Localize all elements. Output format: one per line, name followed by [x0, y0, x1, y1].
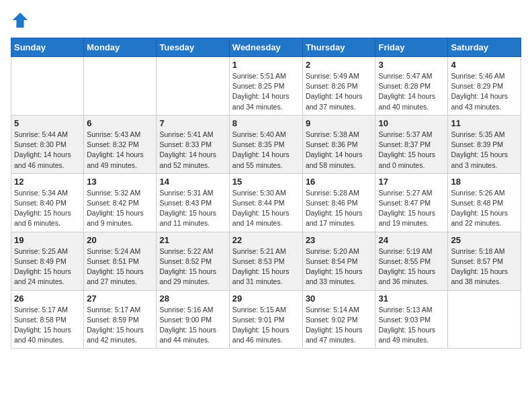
day-number: 13 — [87, 177, 153, 187]
calendar-cell: 9Sunrise: 5:38 AM Sunset: 8:36 PM Daylig… — [302, 115, 375, 173]
day-info: Sunrise: 5:49 AM Sunset: 8:26 PM Dayligh… — [306, 71, 373, 112]
calendar-cell: 13Sunrise: 5:32 AM Sunset: 8:42 PM Dayli… — [84, 173, 157, 232]
calendar-cell: 6Sunrise: 5:43 AM Sunset: 8:32 PM Daylig… — [84, 115, 157, 173]
calendar-cell: 15Sunrise: 5:30 AM Sunset: 8:44 PM Dayli… — [229, 173, 302, 232]
day-number: 15 — [232, 177, 300, 187]
day-number: 2 — [306, 60, 373, 70]
calendar-cell: 30Sunrise: 5:14 AM Sunset: 9:02 PM Dayli… — [302, 290, 375, 349]
calendar-cell: 24Sunrise: 5:19 AM Sunset: 8:55 PM Dayli… — [375, 232, 448, 290]
calendar-cell: 12Sunrise: 5:34 AM Sunset: 8:40 PM Dayli… — [11, 173, 84, 232]
day-number: 24 — [378, 235, 445, 245]
calendar-cell: 10Sunrise: 5:37 AM Sunset: 8:37 PM Dayli… — [375, 115, 448, 173]
day-number: 27 — [87, 293, 153, 304]
day-info: Sunrise: 5:17 AM Sunset: 8:58 PM Dayligh… — [14, 305, 81, 346]
day-number: 8 — [232, 118, 300, 128]
day-info: Sunrise: 5:35 AM Sunset: 8:39 PM Dayligh… — [451, 130, 518, 171]
calendar-cell: 31Sunrise: 5:13 AM Sunset: 9:03 PM Dayli… — [375, 290, 448, 349]
day-info: Sunrise: 5:25 AM Sunset: 8:49 PM Dayligh… — [14, 246, 81, 287]
calendar-cell: 29Sunrise: 5:15 AM Sunset: 9:01 PM Dayli… — [229, 290, 302, 349]
calendar-cell: 22Sunrise: 5:21 AM Sunset: 8:53 PM Dayli… — [229, 232, 302, 290]
day-info: Sunrise: 5:17 AM Sunset: 8:59 PM Dayligh… — [87, 305, 153, 346]
calendar-cell: 16Sunrise: 5:28 AM Sunset: 8:46 PM Dayli… — [302, 173, 375, 232]
calendar-week-row: 19Sunrise: 5:25 AM Sunset: 8:49 PM Dayli… — [11, 232, 521, 290]
column-header-monday: Monday — [84, 38, 157, 57]
calendar-cell — [11, 57, 84, 116]
calendar-cell: 3Sunrise: 5:47 AM Sunset: 8:28 PM Daylig… — [375, 57, 448, 116]
day-number: 16 — [306, 177, 373, 187]
calendar-cell — [157, 57, 229, 116]
calendar-week-row: 26Sunrise: 5:17 AM Sunset: 8:58 PM Dayli… — [11, 290, 521, 349]
day-info: Sunrise: 5:37 AM Sunset: 8:37 PM Dayligh… — [378, 130, 445, 171]
calendar-cell: 28Sunrise: 5:16 AM Sunset: 9:00 PM Dayli… — [157, 290, 229, 349]
day-info: Sunrise: 5:24 AM Sunset: 8:51 PM Dayligh… — [87, 246, 153, 287]
column-header-thursday: Thursday — [302, 38, 375, 57]
day-info: Sunrise: 5:46 AM Sunset: 8:29 PM Dayligh… — [451, 71, 518, 112]
day-number: 6 — [87, 118, 153, 128]
day-number: 20 — [87, 235, 153, 245]
day-info: Sunrise: 5:40 AM Sunset: 8:35 PM Dayligh… — [232, 130, 300, 171]
day-info: Sunrise: 5:27 AM Sunset: 8:47 PM Dayligh… — [378, 188, 445, 229]
calendar-cell: 18Sunrise: 5:26 AM Sunset: 8:48 PM Dayli… — [448, 173, 521, 232]
day-number: 28 — [159, 293, 226, 304]
calendar-week-row: 5Sunrise: 5:44 AM Sunset: 8:30 PM Daylig… — [11, 115, 521, 173]
day-info: Sunrise: 5:28 AM Sunset: 8:46 PM Dayligh… — [306, 188, 373, 229]
day-number: 22 — [232, 235, 300, 245]
calendar-cell: 8Sunrise: 5:40 AM Sunset: 8:35 PM Daylig… — [229, 115, 302, 173]
day-info: Sunrise: 5:16 AM Sunset: 9:00 PM Dayligh… — [159, 305, 226, 346]
day-info: Sunrise: 5:38 AM Sunset: 8:36 PM Dayligh… — [306, 130, 373, 171]
day-number: 9 — [306, 118, 373, 128]
day-info: Sunrise: 5:43 AM Sunset: 8:32 PM Dayligh… — [87, 130, 153, 171]
calendar-cell — [448, 290, 521, 349]
day-info: Sunrise: 5:32 AM Sunset: 8:42 PM Dayligh… — [87, 188, 153, 229]
day-number: 12 — [14, 177, 81, 187]
column-header-sunday: Sunday — [11, 38, 84, 57]
day-number: 1 — [232, 60, 300, 70]
calendar-cell: 25Sunrise: 5:18 AM Sunset: 8:57 PM Dayli… — [448, 232, 521, 290]
calendar-week-row: 1Sunrise: 5:51 AM Sunset: 8:25 PM Daylig… — [11, 57, 521, 116]
calendar-cell: 1Sunrise: 5:51 AM Sunset: 8:25 PM Daylig… — [229, 57, 302, 116]
page-header — [11, 11, 521, 30]
day-info: Sunrise: 5:21 AM Sunset: 8:53 PM Dayligh… — [232, 246, 300, 287]
day-info: Sunrise: 5:51 AM Sunset: 8:25 PM Dayligh… — [232, 71, 300, 112]
day-number: 26 — [14, 293, 81, 304]
svg-marker-0 — [13, 13, 28, 28]
day-number: 29 — [232, 293, 300, 304]
calendar-cell — [84, 57, 157, 116]
calendar-cell: 27Sunrise: 5:17 AM Sunset: 8:59 PM Dayli… — [84, 290, 157, 349]
calendar-header-row: SundayMondayTuesdayWednesdayThursdayFrid… — [11, 38, 521, 57]
day-info: Sunrise: 5:31 AM Sunset: 8:43 PM Dayligh… — [159, 188, 226, 229]
day-number: 23 — [306, 235, 373, 245]
calendar-cell: 19Sunrise: 5:25 AM Sunset: 8:49 PM Dayli… — [11, 232, 84, 290]
calendar-cell: 23Sunrise: 5:20 AM Sunset: 8:54 PM Dayli… — [302, 232, 375, 290]
day-number: 25 — [451, 235, 518, 245]
calendar-cell: 4Sunrise: 5:46 AM Sunset: 8:29 PM Daylig… — [448, 57, 521, 116]
calendar-cell: 5Sunrise: 5:44 AM Sunset: 8:30 PM Daylig… — [11, 115, 84, 173]
logo — [11, 11, 32, 30]
day-info: Sunrise: 5:26 AM Sunset: 8:48 PM Dayligh… — [451, 188, 518, 229]
day-info: Sunrise: 5:41 AM Sunset: 8:33 PM Dayligh… — [159, 130, 226, 171]
day-number: 17 — [378, 177, 445, 187]
column-header-wednesday: Wednesday — [229, 38, 302, 57]
calendar-cell: 17Sunrise: 5:27 AM Sunset: 8:47 PM Dayli… — [375, 173, 448, 232]
day-info: Sunrise: 5:47 AM Sunset: 8:28 PM Dayligh… — [378, 71, 445, 112]
day-info: Sunrise: 5:20 AM Sunset: 8:54 PM Dayligh… — [306, 246, 373, 287]
column-header-tuesday: Tuesday — [157, 38, 229, 57]
day-info: Sunrise: 5:44 AM Sunset: 8:30 PM Dayligh… — [14, 130, 81, 171]
day-info: Sunrise: 5:19 AM Sunset: 8:55 PM Dayligh… — [378, 246, 445, 287]
day-info: Sunrise: 5:13 AM Sunset: 9:03 PM Dayligh… — [378, 305, 445, 346]
logo-icon — [11, 11, 30, 30]
day-number: 14 — [159, 177, 226, 187]
day-info: Sunrise: 5:34 AM Sunset: 8:40 PM Dayligh… — [14, 188, 81, 229]
day-info: Sunrise: 5:22 AM Sunset: 8:52 PM Dayligh… — [159, 246, 226, 287]
calendar-cell: 7Sunrise: 5:41 AM Sunset: 8:33 PM Daylig… — [157, 115, 229, 173]
day-number: 10 — [378, 118, 445, 128]
day-number: 30 — [306, 293, 373, 304]
day-info: Sunrise: 5:30 AM Sunset: 8:44 PM Dayligh… — [232, 188, 300, 229]
day-number: 19 — [14, 235, 81, 245]
calendar-cell: 21Sunrise: 5:22 AM Sunset: 8:52 PM Dayli… — [157, 232, 229, 290]
day-info: Sunrise: 5:15 AM Sunset: 9:01 PM Dayligh… — [232, 305, 300, 346]
column-header-saturday: Saturday — [448, 38, 521, 57]
calendar-table: SundayMondayTuesdayWednesdayThursdayFrid… — [11, 38, 521, 349]
day-number: 31 — [378, 293, 445, 304]
day-info: Sunrise: 5:14 AM Sunset: 9:02 PM Dayligh… — [306, 305, 373, 346]
